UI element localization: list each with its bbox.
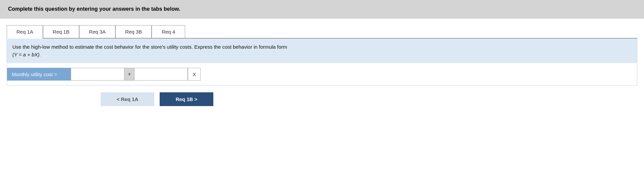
input-field-2[interactable] [134,68,188,81]
tab-req3b[interactable]: Req 3B [115,25,152,38]
tab-req1b[interactable]: Req 1B [43,25,79,38]
description-box: Use the high-low method to estimate the … [7,39,637,63]
content-area: Use the high-low method to estimate the … [7,39,637,86]
prev-button[interactable]: < Req 1A [101,92,154,106]
next-button[interactable]: Req 1B > [160,92,213,106]
description-line1: Use the high-low method to estimate the … [12,44,287,50]
tab-req3a[interactable]: Req 3A [79,25,115,38]
x-button[interactable]: X [188,68,201,81]
nav-buttons: < Req 1A Req 1B > [7,86,637,113]
header-bar: Complete this question by entering your … [0,0,644,18]
tabs-container: Req 1A Req 1B Req 3A Req 3B Req 4 [7,25,637,39]
description-line2: (Y = a + bX). [12,52,41,57]
main-content: Req 1A Req 1B Req 3A Req 3B Req 4 Use th… [0,18,644,113]
header-instruction: Complete this question by entering your … [8,6,180,12]
monthly-utility-label: Monthly utility cost = [7,68,71,81]
form-row: Monthly utility cost = + X [7,63,637,85]
tab-req1a[interactable]: Req 1A [7,25,43,39]
plus-sign: + [124,68,134,81]
input-field-1[interactable] [71,68,124,81]
tab-req4[interactable]: Req 4 [152,25,185,38]
